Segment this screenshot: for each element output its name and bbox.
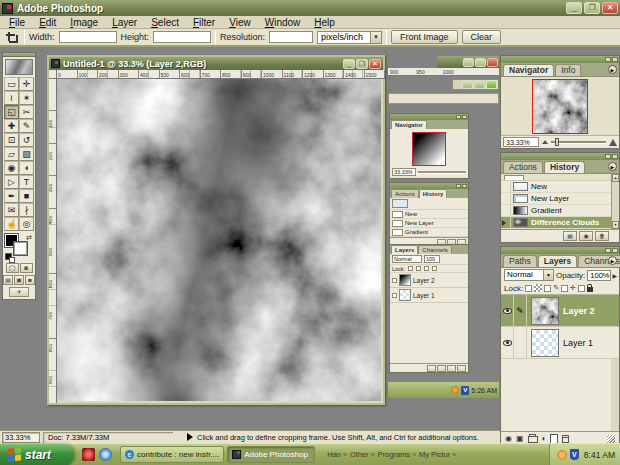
minimize-button[interactable]	[605, 154, 611, 159]
minimize-button[interactable]	[605, 248, 611, 253]
Layer 2[interactable]: Layer 2	[390, 273, 468, 288]
restore-button[interactable]: ❐	[356, 59, 368, 69]
path-selection-tool[interactable]: ▷	[4, 175, 19, 189]
lock-checkbox[interactable]	[432, 266, 437, 271]
Layer 1[interactable]: Layer 1	[390, 288, 468, 303]
history-source-checkbox[interactable]	[501, 205, 511, 216]
rectangular-marquee-tool[interactable]: ▭	[4, 77, 19, 91]
tab-navigator[interactable]: Navigator	[503, 64, 554, 76]
status-zoom-input[interactable]: 33.33%	[2, 432, 40, 443]
jump-to-imageready-button[interactable]: ✈	[9, 287, 29, 297]
zoom-slider[interactable]	[418, 171, 466, 173]
resize-grip[interactable]	[607, 435, 615, 443]
eye-icon[interactable]	[503, 308, 512, 314]
gradient-tool[interactable]: ▨	[19, 147, 34, 161]
tray-icon[interactable]	[557, 450, 567, 460]
history-item[interactable]: New Layer	[390, 219, 468, 228]
chevron-down-icon[interactable]: ▼	[543, 270, 553, 280]
zoom-in-icon[interactable]	[609, 139, 617, 146]
slider-handle[interactable]	[555, 138, 559, 146]
minimize-button[interactable]	[463, 58, 474, 67]
close-button[interactable]	[486, 80, 497, 89]
lock-image-checkbox[interactable]	[544, 285, 551, 292]
close-button[interactable]	[462, 115, 467, 119]
task-button-contribute[interactable]: e contribute : new instr....	[120, 446, 224, 463]
eraser-tool[interactable]: ▱	[4, 147, 19, 161]
eyedropper-tool[interactable]: ∤	[19, 203, 34, 217]
lock-checkbox[interactable]	[408, 266, 413, 271]
layer-row[interactable]: ✎ Layer 2	[501, 295, 619, 327]
blur-tool[interactable]: ◉	[4, 161, 19, 175]
zoom-tool[interactable]: ◎	[19, 217, 34, 231]
close-button[interactable]: ✕	[369, 59, 381, 69]
snapshot-row[interactable]	[501, 174, 619, 181]
default-colors-icon[interactable]	[5, 253, 12, 260]
tab-actions[interactable]: Actions	[503, 161, 543, 173]
zoom-value[interactable]: 33.33%	[392, 168, 416, 176]
tray-icon[interactable]	[451, 386, 459, 394]
status-doc-size[interactable]: Doc: 7.33M/7.33M	[43, 432, 173, 443]
dodge-tool[interactable]: ◖	[19, 161, 34, 175]
new-set-folder-icon[interactable]	[528, 436, 538, 443]
task-button-photoshop[interactable]: Adobe Photoshop	[227, 446, 315, 463]
close-button[interactable]	[462, 184, 467, 188]
chevron-icon[interactable]: »	[452, 451, 456, 458]
chevron-icon[interactable]: »	[412, 451, 416, 458]
layer-mask-button[interactable]	[437, 365, 446, 372]
lock-position-checkbox[interactable]	[561, 285, 568, 292]
delete-state-button[interactable]: 🗑	[595, 231, 609, 241]
palette-titlebar[interactable]	[501, 153, 619, 160]
width-input[interactable]	[59, 31, 117, 43]
history-item[interactable]: Gradient	[390, 228, 468, 237]
eye-icon[interactable]	[392, 293, 397, 298]
history-state-row[interactable]: Gradient	[501, 205, 619, 217]
close-button[interactable]	[612, 57, 618, 62]
lock-checkbox[interactable]	[424, 266, 429, 271]
scroll-up-icon[interactable]: ▲	[612, 174, 619, 182]
background-color-swatch[interactable]	[14, 242, 27, 255]
maximize-button[interactable]: ❐	[584, 2, 600, 14]
shape-tool[interactable]: ■	[19, 189, 34, 203]
tab-paths[interactable]: Paths	[503, 255, 537, 267]
palette-titlebar[interactable]	[501, 56, 619, 63]
minimize-button[interactable]: _	[343, 59, 355, 69]
navigator-zoom-input[interactable]: 33.33%	[503, 137, 539, 147]
minimize-button[interactable]	[456, 184, 461, 188]
menu-item[interactable]: Layer	[105, 17, 144, 28]
tab-history[interactable]: History	[544, 161, 585, 173]
history-brush-tool[interactable]: ↺	[19, 133, 34, 147]
layer-name[interactable]: Layer 1	[563, 338, 593, 348]
resolution-unit-select[interactable]: pixels/inch ▼	[317, 31, 382, 44]
move-tool[interactable]: ✛	[19, 77, 34, 91]
minimize-button[interactable]	[462, 80, 473, 89]
menu-item[interactable]: Edit	[32, 17, 63, 28]
lock-all-checkbox[interactable]	[578, 285, 585, 292]
new-layer-button[interactable]	[447, 365, 456, 372]
new-layer-icon[interactable]	[550, 434, 558, 444]
menu-item[interactable]: Window	[258, 17, 308, 28]
history-state-row[interactable]: New	[501, 181, 619, 193]
close-button[interactable]: ✕	[602, 2, 618, 14]
menu-item[interactable]: File	[2, 17, 32, 28]
crop-tool[interactable]: ◱	[4, 105, 19, 119]
brush-tool[interactable]: ✎	[19, 119, 34, 133]
tab-history[interactable]: History	[419, 189, 448, 198]
close-button[interactable]	[487, 58, 498, 67]
tab-navigator[interactable]: Navigator	[391, 120, 427, 129]
delete-layer-icon[interactable]	[562, 435, 569, 443]
close-button[interactable]	[612, 248, 618, 253]
history-source-checkbox[interactable]	[501, 193, 511, 204]
fullscreen-button[interactable]: ■	[25, 275, 35, 285]
standard-screen-button[interactable]: ▤	[3, 275, 13, 285]
zoom-out-icon[interactable]	[542, 140, 548, 144]
blend-mode-select[interactable]: Normal	[392, 255, 422, 263]
fullscreen-menu-button[interactable]: ▣	[14, 275, 24, 285]
minimize-button[interactable]	[605, 57, 611, 62]
layer-thumbnail[interactable]	[531, 329, 559, 357]
lock-checkbox[interactable]	[416, 266, 421, 271]
close-button[interactable]	[612, 154, 618, 159]
palette-titlebar[interactable]	[501, 247, 619, 254]
scrollbar[interactable]: ▲ ▼	[611, 174, 619, 229]
visibility-cell[interactable]	[501, 295, 514, 326]
lasso-tool[interactable]: ≀	[4, 91, 19, 105]
